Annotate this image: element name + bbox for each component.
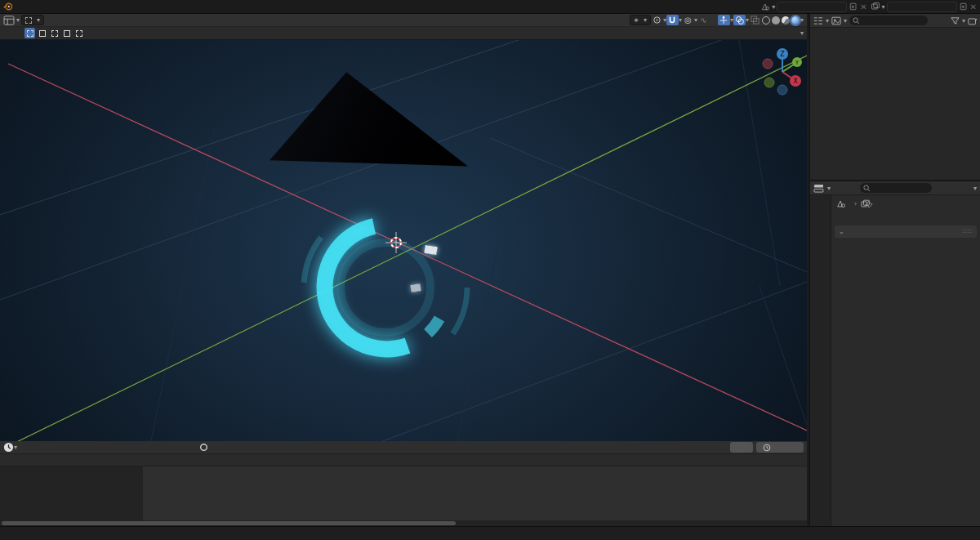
search-icon [853, 17, 860, 25]
falloff-curve-icon[interactable]: ∿ [697, 15, 710, 25]
timeline-header: ▾ [0, 441, 807, 454]
new-collection-icon[interactable] [968, 16, 978, 25]
filter-id-icon[interactable] [831, 16, 841, 25]
timeline-ruler[interactable] [0, 454, 807, 466]
holo-progress-arc [270, 138, 514, 375]
snap-target-icon[interactable] [651, 15, 663, 25]
proportional-edit-icon[interactable]: ◎ [682, 15, 694, 25]
select-mode-extend-icon[interactable] [37, 28, 47, 38]
search-icon [863, 185, 871, 192]
scene-name-field[interactable] [777, 2, 847, 12]
blender-logo [3, 2, 13, 11]
viewlayer-selector[interactable]: ▾ ✕ [871, 2, 977, 12]
svg-text:Z: Z [780, 51, 785, 58]
chevron-down-icon: ▾ [882, 3, 885, 11]
navigation-gizmo[interactable]: Z Y X [756, 44, 807, 96]
scene-icon [836, 199, 846, 208]
properties-options-icon[interactable]: ▾ [973, 185, 977, 192]
display-mode-icon[interactable] [813, 16, 823, 25]
cursor-3d-icon [385, 232, 407, 253]
properties-content: › ⌄∷∷ [831, 195, 980, 526]
select-mode-invert-icon[interactable] [61, 28, 72, 38]
editor-type-properties-icon[interactable] [813, 184, 824, 193]
shading-material-icon[interactable] [782, 16, 790, 25]
viewlayer-icon [871, 2, 880, 11]
select-mode-set-icon[interactable] [24, 28, 35, 38]
outliner-header: ▾ ▾ ▾ [810, 14, 980, 28]
shading-wireframe-icon[interactable] [762, 16, 770, 25]
shading-solid-icon[interactable] [772, 16, 780, 25]
timeline-editor: ▾ [0, 441, 807, 526]
viewport-header: ▾ ▾ ⌖ ▾ ▾ ▾ ◎▾ ∿ ▾ ▾ ▾ [0, 14, 807, 27]
frame-range-region [143, 466, 807, 520]
right-panel: ▾ ▾ ▾ ▾ ▾ [808, 14, 980, 526]
breadcrumb: › [836, 199, 875, 208]
viewlayer-name-field[interactable] [887, 2, 957, 12]
outliner-editor: ▾ ▾ ▾ [810, 14, 980, 180]
current-frame-field[interactable] [730, 442, 753, 453]
unlink-scene-icon[interactable]: ✕ [860, 2, 866, 11]
chevron-down-icon: ▾ [16, 16, 20, 24]
select-mode-intersect-icon[interactable] [74, 28, 84, 38]
scrollbar-thumb[interactable] [2, 521, 456, 525]
frame-range-fields[interactable] [756, 442, 804, 453]
scene-icon [760, 2, 770, 11]
timeline-track-area[interactable] [0, 466, 807, 520]
holo-square [410, 283, 421, 292]
timeline-scrollbar[interactable] [0, 520, 807, 526]
status-bar [0, 526, 980, 540]
show-gizmo-icon[interactable] [718, 15, 730, 25]
shading-dropdown-icon[interactable]: ▾ [800, 16, 804, 24]
options-dropdown[interactable]: ▾ [798, 29, 804, 37]
topbar: ▾ ✕ ▾ ✕ [0, 0, 980, 14]
tool-settings-bar: ▾ [0, 27, 807, 40]
scene-panel-header[interactable]: ⌄∷∷ [835, 225, 977, 238]
remove-viewlayer-icon[interactable]: ✕ [970, 2, 977, 11]
pin-icon[interactable] [865, 200, 873, 208]
new-viewlayer-icon[interactable] [959, 2, 969, 11]
clock-icon [763, 444, 771, 452]
svg-text:X: X [793, 78, 798, 85]
object-mode-icon [25, 17, 32, 24]
snap-magnet-icon[interactable] [666, 15, 679, 25]
properties-search-input[interactable] [860, 183, 932, 193]
select-mode-subtract-icon[interactable] [49, 28, 60, 38]
chevron-down-icon: ▾ [772, 3, 775, 11]
outliner-search-input[interactable] [849, 16, 928, 25]
properties-editor: ▾ ▾ › ⌄∷∷ [810, 180, 980, 526]
properties-header: ▾ ▾ [810, 181, 980, 195]
filter-funnel-icon[interactable] [951, 16, 960, 25]
xray-toggle-icon[interactable] [749, 15, 761, 25]
editor-type-icon[interactable] [3, 16, 15, 25]
blender-window: ▾ ✕ ▾ ✕ ▾ ▾ ⌖ ▾ ▾ [0, 0, 980, 540]
properties-tab-strip [810, 195, 831, 526]
new-scene-icon[interactable] [849, 2, 858, 11]
shading-rendered-icon[interactable] [791, 16, 800, 25]
scene-selector[interactable]: ▾ ✕ [760, 2, 866, 12]
orientation-icon: ⌖ [634, 16, 639, 25]
holo-square [424, 245, 437, 255]
mode-dropdown[interactable]: ▾ [21, 15, 44, 25]
viewport-3d[interactable]: Z Y X [0, 40, 807, 441]
show-overlays-icon[interactable] [733, 15, 746, 25]
editor-type-clock-icon[interactable] [3, 442, 14, 453]
auto-key-record-icon[interactable] [197, 442, 210, 453]
orientation-dropdown[interactable]: ⌖ ▾ [630, 15, 651, 25]
svg-text:Y: Y [795, 60, 800, 66]
